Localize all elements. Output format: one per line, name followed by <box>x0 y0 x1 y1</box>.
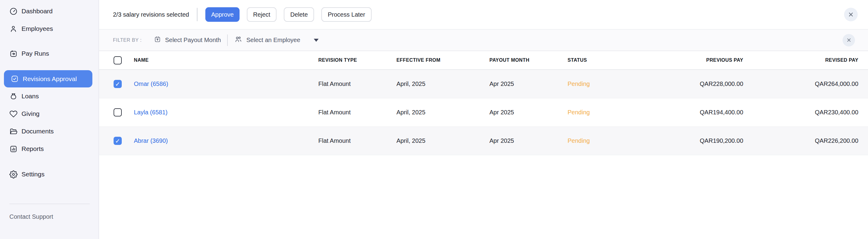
sidebar-group-payruns: Pay Runs <box>0 45 98 62</box>
sidebar-item-label: Revisions Approval <box>23 75 77 82</box>
action-bar-divider <box>197 8 197 21</box>
filter-by-label: FILTER BY : <box>113 37 142 43</box>
filter-bar: FILTER BY : Select Payout Month Select a… <box>99 29 868 51</box>
delete-button[interactable]: Delete <box>284 7 314 22</box>
name-cell: Layla (6581) <box>134 109 318 116</box>
effective-from-cell: April, 2025 <box>397 80 489 88</box>
sidebar-divider <box>9 204 90 204</box>
column-header-name: NAME <box>134 58 318 63</box>
employee-name-link[interactable]: Omar (6586) <box>134 80 168 87</box>
sidebar-group-operations: Revisions Approval Loans Giving <box>0 70 98 158</box>
table-row: Abrar (3690) Flat Amount April, 2025 Apr… <box>99 127 868 155</box>
revisions-approval-page: Dashboard Employees Pay Runs <box>0 0 868 239</box>
effective-from-cell: April, 2025 <box>397 137 489 144</box>
heart-icon <box>9 110 18 118</box>
row-checkbox-cell <box>99 80 134 88</box>
table-row: Layla (6581) Flat Amount April, 2025 Apr… <box>99 98 868 127</box>
sidebar-item-settings[interactable]: Settings <box>0 166 98 183</box>
employee-name-link[interactable]: Abrar (3690) <box>134 137 168 144</box>
employee-filter[interactable]: Select an Employee <box>234 35 319 45</box>
filter-divider <box>227 34 228 46</box>
gauge-icon <box>9 7 18 15</box>
calendar-arrow-icon <box>9 49 18 58</box>
close-icon <box>846 37 851 43</box>
bar-chart-icon <box>9 145 18 153</box>
payout-month-cell: Apr 2025 <box>489 137 567 144</box>
sidebar-item-documents[interactable]: Documents <box>0 123 98 140</box>
gear-icon <box>9 170 18 178</box>
payout-month-filter-label: Select Payout Month <box>165 37 221 43</box>
employee-filter-label: Select an Employee <box>246 37 300 43</box>
sidebar-item-label: Dashboard <box>22 7 53 15</box>
previous-pay-cell: QAR194,400.00 <box>636 109 752 116</box>
process-later-button[interactable]: Process Later <box>321 7 371 22</box>
revisions-table: NAME REVISION TYPE EFFECTIVE FROM PAYOUT… <box>99 51 868 155</box>
clear-filters-button[interactable] <box>842 34 855 46</box>
sidebar-group-main: Dashboard Employees <box>0 2 98 37</box>
sidebar-item-label: Loans <box>22 93 39 100</box>
table-header-row: NAME REVISION TYPE EFFECTIVE FROM PAYOUT… <box>99 51 868 70</box>
row-checkbox[interactable] <box>114 108 122 116</box>
close-icon <box>848 11 854 18</box>
users-icon <box>234 35 242 45</box>
chevron-down-icon <box>314 39 319 42</box>
status-badge: Pending <box>567 137 636 144</box>
previous-pay-cell: QAR228,000.00 <box>636 80 752 88</box>
revision-type-cell: Flat Amount <box>318 109 397 116</box>
effective-from-cell: April, 2025 <box>397 109 489 116</box>
sidebar-item-label: Employees <box>22 25 53 32</box>
name-cell: Abrar (3690) <box>134 137 318 144</box>
select-all-checkbox[interactable] <box>114 56 122 64</box>
row-checkbox[interactable] <box>114 137 122 145</box>
column-header-effective-from: EFFECTIVE FROM <box>397 58 489 63</box>
row-checkbox-cell <box>99 108 134 116</box>
approve-button[interactable]: Approve <box>205 7 240 22</box>
sidebar-nav: Dashboard Employees Pay Runs <box>0 0 98 190</box>
sidebar-item-reports[interactable]: Reports <box>0 140 98 158</box>
sidebar-item-label: Pay Runs <box>22 50 49 57</box>
check-square-icon <box>10 75 19 83</box>
close-action-bar-button[interactable] <box>844 8 858 22</box>
sidebar-item-label: Giving <box>22 110 40 117</box>
main-content: 2/3 salary revisions selected Approve Re… <box>99 0 868 239</box>
payout-month-cell: Apr 2025 <box>489 109 567 116</box>
payout-month-filter[interactable]: Select Payout Month <box>154 36 221 44</box>
folder-icon <box>9 127 18 136</box>
column-header-status: STATUS <box>567 58 636 63</box>
column-header-previous-pay: PREVIOUS PAY <box>636 58 752 63</box>
contact-support-link[interactable]: Contact Support <box>0 208 98 226</box>
payout-month-cell: Apr 2025 <box>489 80 567 88</box>
sidebar: Dashboard Employees Pay Runs <box>0 0 99 239</box>
revised-pay-cell: QAR264,000.00 <box>752 80 867 88</box>
sidebar-item-giving[interactable]: Giving <box>0 105 98 123</box>
selection-count-text: 2/3 salary revisions selected <box>113 11 189 18</box>
money-bag-icon <box>9 92 18 100</box>
reject-button[interactable]: Reject <box>247 7 277 22</box>
status-badge: Pending <box>567 80 636 88</box>
sidebar-item-pay-runs[interactable]: Pay Runs <box>0 45 98 62</box>
person-icon <box>9 25 18 33</box>
calendar-filter-icon <box>154 36 161 44</box>
sidebar-item-dashboard[interactable]: Dashboard <box>0 2 98 20</box>
column-header-revision-type: REVISION TYPE <box>318 58 397 63</box>
revision-type-cell: Flat Amount <box>318 80 397 88</box>
employee-name-link[interactable]: Layla (6581) <box>134 109 167 115</box>
sidebar-item-label: Settings <box>22 171 44 178</box>
action-bar: 2/3 salary revisions selected Approve Re… <box>99 0 868 29</box>
row-checkbox-cell <box>99 137 134 145</box>
name-cell: Omar (6586) <box>134 80 318 88</box>
revision-type-cell: Flat Amount <box>318 137 397 144</box>
previous-pay-cell: QAR190,200.00 <box>636 137 752 144</box>
sidebar-item-revisions-approval[interactable]: Revisions Approval <box>4 70 92 88</box>
column-header-payout-month: PAYOUT MONTH <box>489 58 567 63</box>
header-checkbox-cell <box>99 56 134 64</box>
table-row: Omar (6586) Flat Amount April, 2025 Apr … <box>99 70 868 98</box>
sidebar-item-label: Reports <box>22 145 44 152</box>
status-badge: Pending <box>567 109 636 116</box>
revised-pay-cell: QAR226,200.00 <box>752 137 867 144</box>
sidebar-item-employees[interactable]: Employees <box>0 20 98 37</box>
revised-pay-cell: QAR230,400.00 <box>752 109 867 116</box>
column-header-revised-pay: REVISED PAY <box>752 58 867 63</box>
sidebar-item-loans[interactable]: Loans <box>0 88 98 105</box>
row-checkbox[interactable] <box>114 80 122 88</box>
